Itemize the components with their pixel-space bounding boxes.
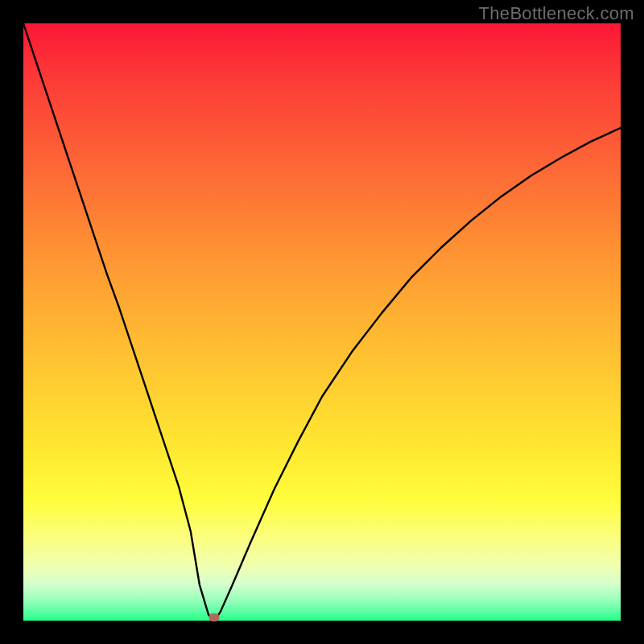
chart-frame: TheBottleneck.com bbox=[0, 0, 644, 644]
optimum-marker bbox=[209, 613, 220, 621]
watermark-text: TheBottleneck.com bbox=[479, 3, 634, 24]
plot-gradient-background bbox=[23, 23, 621, 621]
